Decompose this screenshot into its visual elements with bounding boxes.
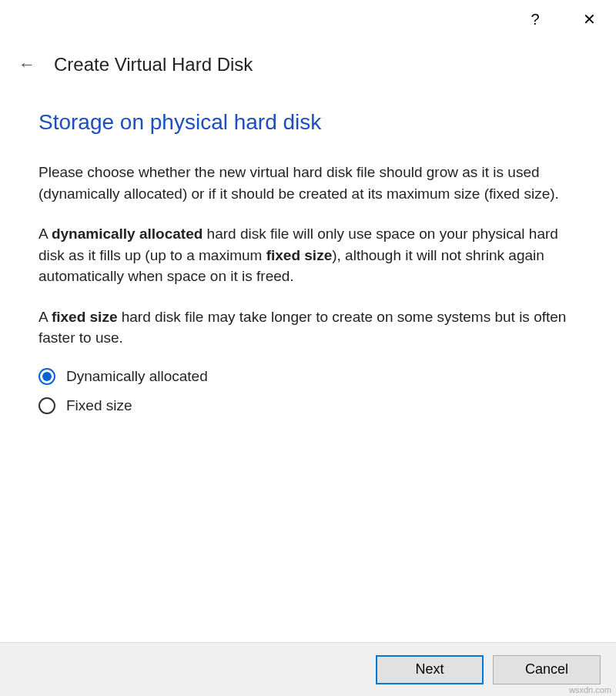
wizard-content: Storage on physical hard disk Please cho… [0, 83, 616, 414]
cancel-button[interactable]: Cancel [493, 655, 601, 684]
text: A [38, 309, 52, 325]
radio-icon [38, 397, 55, 414]
radio-icon [38, 368, 55, 385]
titlebar: ? ✕ [0, 0, 616, 38]
bold-dynamic: dynamically allocated [52, 226, 203, 242]
radio-fixed-size[interactable]: Fixed size [38, 397, 578, 414]
radio-label: Dynamically allocated [66, 368, 208, 385]
intro-paragraph: Please choose whether the new virtual ha… [38, 162, 578, 204]
close-icon[interactable]: ✕ [574, 10, 604, 28]
wizard-footer: Next Cancel [0, 642, 616, 696]
text: hard disk file may take longer to create… [38, 309, 566, 346]
radio-dot-icon [42, 372, 52, 381]
wizard-header: ← Create Virtual Hard Disk [0, 38, 616, 83]
page-heading: Storage on physical hard disk [38, 110, 578, 135]
help-icon[interactable]: ? [520, 11, 551, 28]
bold-fixed: fixed size [52, 309, 118, 325]
wizard-title: Create Virtual Hard Disk [54, 54, 253, 75]
text: A [38, 226, 52, 242]
radio-label: Fixed size [66, 397, 132, 414]
dynamic-paragraph: A dynamically allocated hard disk file w… [38, 223, 578, 287]
fixed-paragraph: A fixed size hard disk file may take lon… [38, 306, 578, 349]
storage-type-radio-group: Dynamically allocated Fixed size [38, 368, 578, 414]
bold-fixed-size: fixed size [266, 247, 333, 263]
back-arrow-icon[interactable]: ← [15, 55, 38, 75]
next-button[interactable]: Next [376, 655, 484, 684]
radio-dynamically-allocated[interactable]: Dynamically allocated [38, 368, 578, 385]
watermark: wsxdn.com [569, 685, 611, 694]
